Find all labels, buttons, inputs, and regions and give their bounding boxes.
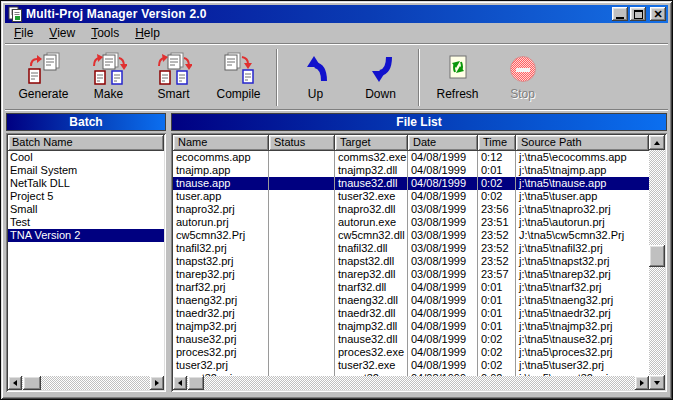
make-button[interactable]: Make xyxy=(76,48,141,108)
file-row[interactable]: tnafil32.prjtnafil32.dll03/08/199923:52j… xyxy=(173,242,649,255)
smart-icon xyxy=(156,51,192,87)
batch-horizontal-scrollbar[interactable] xyxy=(8,376,164,390)
file-row[interactable]: proces32.prjproces32.exe04/08/19990:02j:… xyxy=(173,346,649,359)
stop-button[interactable]: Stop xyxy=(490,48,555,108)
stop-icon xyxy=(510,51,536,87)
scrollbar-thumb[interactable] xyxy=(23,376,41,390)
scrollbar-thumb[interactable] xyxy=(188,376,204,390)
toolbar-button-label: Up xyxy=(308,87,323,101)
scroll-right-button[interactable] xyxy=(635,376,649,390)
cell-date: 03/08/1999 xyxy=(408,216,478,229)
file-list-main: NameStatusTargetDateTimeSource Path ecoc… xyxy=(173,135,649,376)
file-row[interactable]: tnajmp32.prjtnajmp32.dll04/08/19990:01j:… xyxy=(173,320,649,333)
refresh-button[interactable]: Refresh xyxy=(425,48,490,108)
file-row[interactable]: cw5cmn32.Prjcw5cmn32.dll03/08/199923:52J… xyxy=(173,229,649,242)
cell-status xyxy=(269,281,335,294)
cell-status xyxy=(269,203,335,216)
menu-help[interactable]: Help xyxy=(127,24,168,43)
cell-name: ecocomms.app xyxy=(173,151,269,164)
file-list-column-headers: NameStatusTargetDateTimeSource Path xyxy=(173,135,649,151)
maximize-button[interactable] xyxy=(630,7,646,21)
batch-item-tna-version-2[interactable]: TNA Version 2 xyxy=(8,229,164,242)
cell-name: tnarf32.prj xyxy=(173,281,269,294)
column-header-status[interactable]: Status xyxy=(269,135,335,151)
scroll-left-button[interactable] xyxy=(8,376,22,390)
cell-date: 04/08/1999 xyxy=(408,294,478,307)
cell-date: 04/08/1999 xyxy=(408,333,478,346)
toolbar-button-label: Stop xyxy=(510,87,535,101)
batch-item-test[interactable]: Test xyxy=(8,216,164,229)
batch-item-cool[interactable]: Cool xyxy=(8,151,164,164)
cell-time: 0:02 xyxy=(478,346,516,359)
column-header-name[interactable]: Name xyxy=(173,135,269,151)
cell-source-path: j:\tna5\tnajmp.app xyxy=(516,164,649,177)
minimize-icon xyxy=(616,17,624,19)
cell-target: tnafil32.dll xyxy=(335,242,408,255)
file-row[interactable]: tnaedr32.prjtnaedr32.dll04/08/19990:01j:… xyxy=(173,307,649,320)
batch-items: CoolEmail SystemNetTalk DLLProject 5Smal… xyxy=(8,151,164,376)
file-row[interactable]: tuser.apptuser32.exe04/08/19990:02j:\tna… xyxy=(173,190,649,203)
batch-name-column-header[interactable]: Batch Name xyxy=(8,135,164,151)
cell-target: tnause32.dll xyxy=(335,333,408,346)
scrollbar-thumb[interactable] xyxy=(649,245,665,267)
column-header-target[interactable]: Target xyxy=(335,135,408,151)
menu-view[interactable]: View xyxy=(41,24,83,43)
title-bar: Multi-Proj Manager Version 2.0 ✕ xyxy=(5,5,668,23)
file-row[interactable]: tnause32.prjtnause32.dll04/08/19990:02j:… xyxy=(173,333,649,346)
batch-item-small[interactable]: Small xyxy=(8,203,164,216)
cell-source-path: j:\tna5\proces32.prj xyxy=(516,346,649,359)
file-row[interactable]: ecocomms.appcomms32.exe04/08/19990:12j:\… xyxy=(173,151,649,164)
scroll-left-button[interactable] xyxy=(173,376,187,390)
cell-name: tuser32.prj xyxy=(173,359,269,372)
minimize-button[interactable] xyxy=(612,7,628,21)
scrollbar-track[interactable] xyxy=(22,376,150,390)
batch-item-email-system[interactable]: Email System xyxy=(8,164,164,177)
cell-target: proces32.exe xyxy=(335,346,408,359)
scrollbar-track[interactable] xyxy=(187,376,635,390)
cell-date: 04/08/1999 xyxy=(408,177,478,190)
batch-item-nettalk-dll[interactable]: NetTalk DLL xyxy=(8,177,164,190)
cell-date: 04/08/1999 xyxy=(408,307,478,320)
file-row[interactable]: tnaeng32.prjtnaeng32.dll04/08/19990:01j:… xyxy=(173,294,649,307)
close-button[interactable]: ✕ xyxy=(650,7,666,21)
column-header-date[interactable]: Date xyxy=(408,135,478,151)
menu-bar: FileViewToolsHelp xyxy=(5,23,668,43)
file-row[interactable]: tnarep32.prjtnarep32.dll03/08/199923:57j… xyxy=(173,268,649,281)
generate-button[interactable]: Generate xyxy=(11,48,76,108)
cell-target: tnaedr32.dll xyxy=(335,307,408,320)
scroll-right-button[interactable] xyxy=(150,376,164,390)
batch-item-project-5[interactable]: Project 5 xyxy=(8,190,164,203)
scroll-up-button[interactable] xyxy=(649,135,665,150)
cell-status xyxy=(269,242,335,255)
file-list-horizontal-scrollbar[interactable] xyxy=(173,376,649,390)
file-row[interactable]: tuser32.prjtuser32.exe04/08/19990:02j:\t… xyxy=(173,359,649,372)
toolbar-button-label: Refresh xyxy=(436,87,478,101)
file-row[interactable]: tnause.apptnause32.dll04/08/19990:02j:\t… xyxy=(173,177,649,190)
cell-source-path: j:\tna5\tnajmp32.prj xyxy=(516,320,649,333)
file-row[interactable]: tnajmp.apptnajmp32.dll04/08/19990:01j:\t… xyxy=(173,164,649,177)
menu-tools[interactable]: Tools xyxy=(83,24,127,43)
menu-file[interactable]: File xyxy=(6,24,41,43)
compile-button[interactable]: Compile xyxy=(206,48,271,108)
cell-time: 0:01 xyxy=(478,320,516,333)
column-header-time[interactable]: Time xyxy=(478,135,516,151)
down-button[interactable]: Down xyxy=(348,48,413,108)
column-header-source-path[interactable]: Source Path xyxy=(516,135,649,151)
file-row[interactable]: tnapro32.prjtnapro32.dll03/08/199923:56j… xyxy=(173,203,649,216)
file-row[interactable]: tnarf32.prjtnarf32.dll04/08/19990:01j:\t… xyxy=(173,281,649,294)
file-row[interactable]: tnapst32.prjtnapst32.dll03/08/199923:52j… xyxy=(173,255,649,268)
smart-button[interactable]: Smart xyxy=(141,48,206,108)
cell-status xyxy=(269,346,335,359)
cell-date: 04/08/1999 xyxy=(408,346,478,359)
file-list-vertical-scrollbar[interactable] xyxy=(649,135,665,390)
cell-source-path: j:\tna5\tuser32.prj xyxy=(516,359,649,372)
cell-name: tnause32.prj xyxy=(173,333,269,346)
up-button[interactable]: Up xyxy=(283,48,348,108)
cell-target: tuser32.exe xyxy=(335,359,408,372)
scrollbar-track[interactable] xyxy=(649,150,665,375)
toolbar-button-label: Down xyxy=(365,87,396,101)
cell-target: tnause32.dll xyxy=(335,177,408,190)
file-row[interactable]: autorun.prjautorun.exe03/08/199923:51j:\… xyxy=(173,216,649,229)
cell-status xyxy=(269,177,335,190)
scroll-down-button[interactable] xyxy=(649,375,665,390)
